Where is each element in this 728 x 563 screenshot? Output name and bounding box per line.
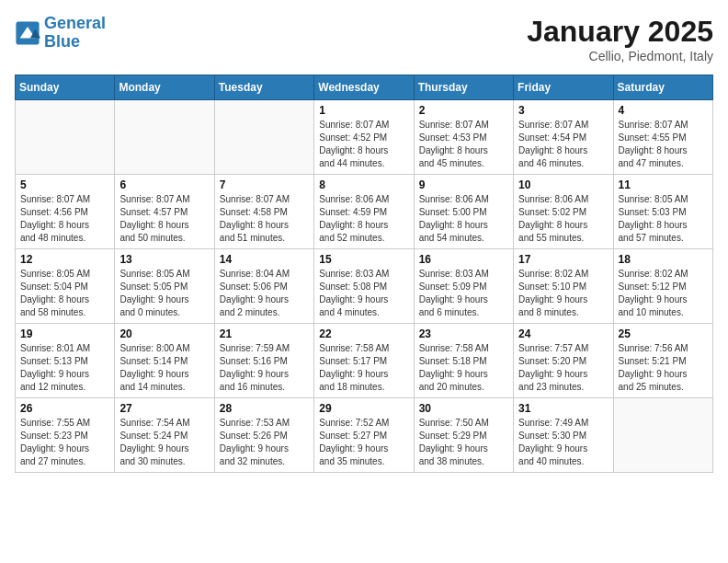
calendar-cell: 3Sunrise: 8:07 AM Sunset: 4:54 PM Daylig… [514,100,613,175]
calendar-cell: 15Sunrise: 8:03 AM Sunset: 5:08 PM Dayli… [314,249,414,324]
day-number: 11 [619,178,708,191]
calendar-cell [214,100,313,175]
weekday-header: Monday [115,75,214,100]
day-info: Sunrise: 8:04 AM Sunset: 5:06 PM Dayligh… [220,268,309,319]
day-info: Sunrise: 8:06 AM Sunset: 4:59 PM Dayligh… [319,193,408,245]
day-info: Sunrise: 8:02 AM Sunset: 5:10 PM Dayligh… [518,268,608,319]
day-info: Sunrise: 7:54 AM Sunset: 5:24 PM Dayligh… [119,417,209,468]
day-number: 27 [119,402,209,415]
calendar-cell: 16Sunrise: 8:03 AM Sunset: 5:09 PM Dayli… [414,249,513,324]
logo-text: General Blue [44,15,106,52]
calendar-cell: 20Sunrise: 8:00 AM Sunset: 5:14 PM Dayli… [115,324,214,398]
day-number: 21 [220,327,309,340]
day-number: 6 [119,178,209,191]
day-info: Sunrise: 8:07 AM Sunset: 4:54 PM Dayligh… [518,119,608,170]
day-number: 9 [419,178,508,191]
calendar-cell: 2Sunrise: 8:07 AM Sunset: 4:53 PM Daylig… [414,100,513,175]
calendar-cell [613,398,712,473]
day-info: Sunrise: 8:03 AM Sunset: 5:08 PM Dayligh… [319,268,408,319]
day-info: Sunrise: 8:00 AM Sunset: 5:14 PM Dayligh… [119,342,209,394]
day-number: 22 [319,327,408,340]
weekday-header: Wednesday [314,75,414,100]
day-number: 5 [20,178,109,191]
day-number: 1 [319,104,408,117]
calendar-cell: 12Sunrise: 8:05 AM Sunset: 5:04 PM Dayli… [16,249,115,324]
day-number: 10 [518,178,608,191]
calendar-cell: 8Sunrise: 8:06 AM Sunset: 4:59 PM Daylig… [314,175,414,249]
calendar-body: 1Sunrise: 8:07 AM Sunset: 4:52 PM Daylig… [16,100,713,473]
day-number: 31 [518,402,608,415]
calendar-cell: 28Sunrise: 7:53 AM Sunset: 5:26 PM Dayli… [214,398,313,473]
calendar-week-row: 1Sunrise: 8:07 AM Sunset: 4:52 PM Daylig… [16,100,713,175]
calendar-cell: 7Sunrise: 8:07 AM Sunset: 4:58 PM Daylig… [214,175,313,249]
day-info: Sunrise: 8:01 AM Sunset: 5:13 PM Dayligh… [20,342,109,394]
day-info: Sunrise: 7:56 AM Sunset: 5:21 PM Dayligh… [619,342,708,394]
day-number: 12 [20,253,109,266]
day-number: 4 [619,104,708,117]
calendar-cell: 22Sunrise: 7:58 AM Sunset: 5:17 PM Dayli… [314,324,414,398]
day-number: 19 [20,327,109,340]
weekday-header: Saturday [613,75,712,100]
calendar-cell: 21Sunrise: 7:59 AM Sunset: 5:16 PM Dayli… [214,324,313,398]
weekday-header: Sunday [16,75,115,100]
logo-icon [15,20,40,46]
day-number: 26 [20,402,109,415]
calendar-cell [115,100,214,175]
calendar-cell: 19Sunrise: 8:01 AM Sunset: 5:13 PM Dayli… [16,324,115,398]
calendar-cell: 17Sunrise: 8:02 AM Sunset: 5:10 PM Dayli… [514,249,613,324]
calendar-cell: 27Sunrise: 7:54 AM Sunset: 5:24 PM Dayli… [115,398,214,473]
page-header: General Blue January 2025 Cellio, Piedmo… [15,15,713,63]
location: Cellio, Piedmont, Italy [527,49,713,63]
day-number: 28 [220,402,309,415]
calendar-cell [16,100,115,175]
weekday-header: Friday [514,75,613,100]
day-info: Sunrise: 7:52 AM Sunset: 5:27 PM Dayligh… [319,417,408,468]
day-number: 20 [119,327,209,340]
day-number: 13 [119,253,209,266]
calendar-cell: 9Sunrise: 8:06 AM Sunset: 5:00 PM Daylig… [414,175,513,249]
day-info: Sunrise: 8:03 AM Sunset: 5:09 PM Dayligh… [419,268,508,319]
day-info: Sunrise: 7:59 AM Sunset: 5:16 PM Dayligh… [220,342,309,394]
calendar-cell: 26Sunrise: 7:55 AM Sunset: 5:23 PM Dayli… [16,398,115,473]
month-title: January 2025 [527,15,713,49]
day-number: 2 [419,104,508,117]
calendar-week-row: 12Sunrise: 8:05 AM Sunset: 5:04 PM Dayli… [16,249,713,324]
calendar-cell: 11Sunrise: 8:05 AM Sunset: 5:03 PM Dayli… [613,175,712,249]
calendar: SundayMondayTuesdayWednesdayThursdayFrid… [15,75,713,473]
calendar-cell: 5Sunrise: 8:07 AM Sunset: 4:56 PM Daylig… [16,175,115,249]
day-info: Sunrise: 8:05 AM Sunset: 5:05 PM Dayligh… [119,268,209,319]
day-info: Sunrise: 7:57 AM Sunset: 5:20 PM Dayligh… [518,342,608,394]
day-info: Sunrise: 7:58 AM Sunset: 5:18 PM Dayligh… [419,342,508,394]
calendar-cell: 18Sunrise: 8:02 AM Sunset: 5:12 PM Dayli… [613,249,712,324]
day-info: Sunrise: 7:53 AM Sunset: 5:26 PM Dayligh… [220,417,309,468]
calendar-cell: 1Sunrise: 8:07 AM Sunset: 4:52 PM Daylig… [314,100,414,175]
day-info: Sunrise: 8:06 AM Sunset: 5:02 PM Dayligh… [518,193,608,245]
calendar-cell: 23Sunrise: 7:58 AM Sunset: 5:18 PM Dayli… [414,324,513,398]
weekday-row: SundayMondayTuesdayWednesdayThursdayFrid… [16,75,713,100]
day-number: 17 [518,253,608,266]
calendar-week-row: 19Sunrise: 8:01 AM Sunset: 5:13 PM Dayli… [16,324,713,398]
day-info: Sunrise: 8:07 AM Sunset: 4:55 PM Dayligh… [619,119,708,170]
calendar-cell: 13Sunrise: 8:05 AM Sunset: 5:05 PM Dayli… [115,249,214,324]
calendar-cell: 6Sunrise: 8:07 AM Sunset: 4:57 PM Daylig… [115,175,214,249]
day-number: 25 [619,327,708,340]
calendar-week-row: 5Sunrise: 8:07 AM Sunset: 4:56 PM Daylig… [16,175,713,249]
day-number: 16 [419,253,508,266]
day-info: Sunrise: 8:07 AM Sunset: 4:52 PM Dayligh… [319,119,408,170]
calendar-cell: 14Sunrise: 8:04 AM Sunset: 5:06 PM Dayli… [214,249,313,324]
day-info: Sunrise: 8:02 AM Sunset: 5:12 PM Dayligh… [619,268,708,319]
calendar-cell: 31Sunrise: 7:49 AM Sunset: 5:30 PM Dayli… [514,398,613,473]
day-info: Sunrise: 7:55 AM Sunset: 5:23 PM Dayligh… [20,417,109,468]
day-number: 14 [220,253,309,266]
calendar-cell: 10Sunrise: 8:06 AM Sunset: 5:02 PM Dayli… [514,175,613,249]
title-block: January 2025 Cellio, Piedmont, Italy [527,15,713,63]
calendar-cell: 30Sunrise: 7:50 AM Sunset: 5:29 PM Dayli… [414,398,513,473]
calendar-cell: 24Sunrise: 7:57 AM Sunset: 5:20 PM Dayli… [514,324,613,398]
day-number: 7 [220,178,309,191]
calendar-cell: 25Sunrise: 7:56 AM Sunset: 5:21 PM Dayli… [613,324,712,398]
day-info: Sunrise: 8:05 AM Sunset: 5:04 PM Dayligh… [20,268,109,319]
day-number: 30 [419,402,508,415]
calendar-cell: 29Sunrise: 7:52 AM Sunset: 5:27 PM Dayli… [314,398,414,473]
day-number: 8 [319,178,408,191]
weekday-header: Thursday [414,75,513,100]
